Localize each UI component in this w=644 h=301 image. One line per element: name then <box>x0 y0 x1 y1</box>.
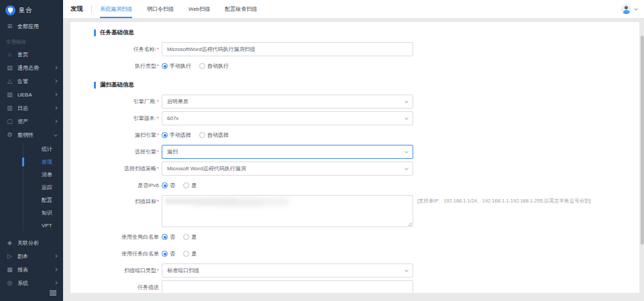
exec-type-label: 执行类型* <box>94 62 159 70</box>
chevron-down-icon <box>405 99 409 103</box>
port-type-label: 扫描端口类型* <box>94 267 159 274</box>
form-row-scan-target: 扫描目标* [支持单IP、192.168.1.1/24、192.168.1.1-… <box>94 195 639 227</box>
sidebar-item-alert[interactable]: △ 告警 <box>0 74 63 88</box>
chevron-down-icon <box>405 166 409 170</box>
correlation-icon: ◈ <box>6 239 13 246</box>
sidebar-subitem-knowledge[interactable]: 知识 <box>0 206 63 219</box>
chevron-right-icon <box>54 119 58 123</box>
form-row-engine-vendor: 引擎厂商:* 启明星辰 <box>94 95 639 109</box>
engine-version-label: 引擎版本:* <box>94 115 159 122</box>
scan-target-textarea[interactable] <box>162 195 413 227</box>
sidebar-subitem-discovery[interactable]: 发现 <box>0 156 63 168</box>
sidebar-subitem-inventory[interactable]: 清单 <box>0 168 63 181</box>
ipv6-label: 是否IPv6 <box>94 182 159 189</box>
chevron-right-icon <box>54 66 58 70</box>
gear-icon: ⚙ <box>6 131 13 138</box>
required-asterisk: * <box>157 132 159 138</box>
chevron-down-icon[interactable] <box>634 7 638 11</box>
sidebar-item-vulnerability[interactable]: ⚙ 脆弱性 <box>0 128 63 141</box>
radio-ipv6-yes[interactable]: 是 <box>183 182 197 189</box>
situation-icon: ▤ <box>6 64 13 71</box>
engine-vendor-label: 引擎厂商:* <box>94 98 159 105</box>
tab-web-scan[interactable]: Web扫描 <box>189 0 210 18</box>
sidebar-item-all-apps[interactable]: ⊞ 全部应用 <box>0 19 63 34</box>
radio-manual-exec[interactable]: 手动执行 <box>162 62 191 70</box>
radio-global-whitelist-yes[interactable]: 是 <box>183 233 197 241</box>
required-asterisk: * <box>157 149 159 155</box>
radio-manual-select[interactable]: 手动选择 <box>162 131 191 139</box>
header-user-area <box>621 4 637 14</box>
required-asterisk: * <box>157 115 159 121</box>
sidebar-item-system[interactable]: ◎ 系统 <box>0 276 63 290</box>
chevron-right-icon <box>54 93 58 97</box>
asset-icon: ▢ <box>6 118 13 125</box>
sidebar-item-asset[interactable]: ▢ 资产 <box>0 115 63 128</box>
sidebar: 皇合 ⊞ 全部应用 常用模块 ⌂ 首页 ▤ 通用态势 △ 告警 ▧ UEBA ▥… <box>0 0 63 301</box>
task-name-input[interactable]: MicrosoftWord远程代码执行漏洞扫描 <box>162 42 413 56</box>
radio-ipv6-no[interactable]: 否 <box>162 182 175 189</box>
scan-policy-select[interactable]: Microsoft Word远程代码执行漏洞 <box>162 162 413 176</box>
required-asterisk: * <box>157 198 159 204</box>
tab-config-check-scan[interactable]: 配置核查扫描 <box>225 0 257 18</box>
app-window: 皇合 ⊞ 全部应用 常用模块 ⌂ 首页 ▤ 通用态势 △ 告警 ▧ UEBA ▥… <box>0 0 644 301</box>
playbook-icon: ▷ <box>6 253 13 259</box>
sidebar-item-report[interactable]: ▦ 报表 <box>0 263 63 276</box>
engine-select[interactable]: 漏扫 <box>162 145 413 159</box>
form-row-task-name: 任务名称:* MicrosoftWord远程代码执行漏洞扫描 <box>94 42 639 56</box>
exec-type-radio-group: 手动执行 自动执行 <box>162 62 229 70</box>
log-file-icon: ▥ <box>6 105 13 111</box>
sidebar-item-playbook[interactable]: ▷ 剧本 <box>0 249 63 263</box>
section-scan-basic-info: 漏扫基础信息 <box>94 81 639 89</box>
form-row-task-desc: 任务描述 <box>94 280 639 293</box>
chevron-down-icon <box>405 268 409 272</box>
chevron-right-icon <box>54 79 58 83</box>
engine-vendor-select[interactable]: 启明星辰 <box>162 95 413 109</box>
port-type-select[interactable]: 标准端口扫描 <box>162 263 413 278</box>
brand-name: 皇合 <box>19 6 32 15</box>
page-title: 发现 <box>70 5 83 13</box>
form-row-policy-select: 选择扫描策略* Microsoft Word远程代码执行漏洞 <box>94 162 639 176</box>
sidebar-item-ueba[interactable]: ▧ UEBA <box>0 88 63 101</box>
engine-select-label: 选择引擎* <box>94 148 159 156</box>
vulnerability-submenu: 统计 发现 清单 追踪 配置 知识 VPT <box>0 141 63 233</box>
form-row-scan-engine-mode: 漏扫引擎* 手动选择 自动选择 <box>94 128 639 142</box>
collapse-sidebar-icon[interactable] <box>50 290 56 296</box>
vertical-scrollbar[interactable] <box>641 36 644 245</box>
radio-auto-select[interactable]: 自动选择 <box>199 131 229 139</box>
sidebar-subitem-vpt[interactable]: VPT <box>0 219 63 232</box>
resize-grip-icon[interactable] <box>408 222 412 226</box>
sidebar-subitem-stats[interactable]: 统计 <box>0 143 63 156</box>
brand-logo[interactable]: 皇合 <box>0 0 63 16</box>
tab-weak-password-scan[interactable]: 弱口令扫描 <box>147 0 174 18</box>
top-header: 发现 系统漏洞扫描 弱口令扫描 Web扫描 配置核查扫描 <box>63 0 644 19</box>
tab-system-vuln-scan[interactable]: 系统漏洞扫描 <box>100 0 132 18</box>
section-accent-bar <box>94 29 96 36</box>
radio-task-whitelist-no[interactable]: 否 <box>162 250 175 257</box>
sidebar-subitem-trace[interactable]: 追踪 <box>0 181 63 194</box>
task-desc-input[interactable] <box>162 280 413 293</box>
task-desc-label: 任务描述 <box>94 284 159 291</box>
task-form-card: 任务基础信息 任务名称:* MicrosoftWord远程代码执行漏洞扫描 执行… <box>70 22 639 293</box>
form-row-port-type: 扫描端口类型* 标准端口扫描 <box>94 263 639 278</box>
global-whitelist-label: 使用全局白名单 <box>94 233 159 241</box>
scan-engine-mode-label: 漏扫引擎* <box>94 131 159 139</box>
form-row-engine-select: 选择引擎* 漏扫 <box>94 145 639 159</box>
form-row-ipv6: 是否IPv6 否 是 <box>94 178 639 192</box>
section-accent-bar <box>94 82 96 88</box>
form-row-task-whitelist: 使用任务白名单 否 是 <box>94 247 639 261</box>
sidebar-item-log[interactable]: ▥ 日志 <box>0 101 63 115</box>
user-avatar[interactable] <box>621 4 631 14</box>
sidebar-item-situation[interactable]: ▤ 通用态势 <box>0 61 63 74</box>
system-icon: ◎ <box>6 280 13 286</box>
sidebar-subitem-config[interactable]: 配置 <box>0 194 63 206</box>
task-name-label: 任务名称:* <box>94 46 159 53</box>
required-asterisk: * <box>157 166 159 172</box>
engine-version-select[interactable]: 607x <box>162 111 413 125</box>
radio-task-whitelist-yes[interactable]: 是 <box>183 250 197 257</box>
form-row-global-whitelist: 使用全局白名单 否 是 <box>94 230 639 244</box>
radio-auto-exec[interactable]: 自动执行 <box>199 62 229 70</box>
sidebar-item-correlation[interactable]: ◈ 关联分析 <box>0 236 63 249</box>
radio-global-whitelist-no[interactable]: 否 <box>162 233 175 241</box>
sidebar-item-home[interactable]: ⌂ 首页 <box>0 48 63 61</box>
required-asterisk: * <box>157 46 159 52</box>
